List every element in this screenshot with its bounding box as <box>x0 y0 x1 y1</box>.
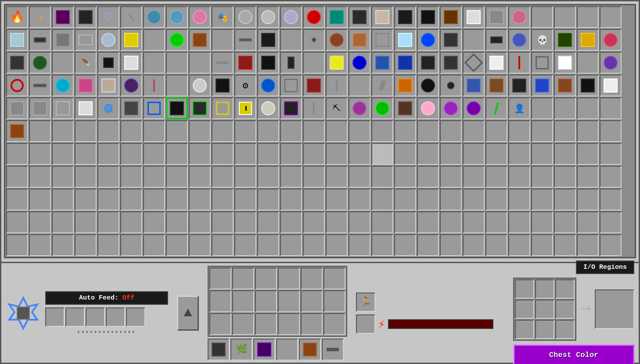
grid-cell[interactable] <box>394 143 416 165</box>
io-input-slot[interactable] <box>535 320 554 339</box>
grid-cell[interactable] <box>29 29 51 51</box>
grid-cell[interactable] <box>166 29 188 51</box>
grid-cell[interactable] <box>52 189 74 211</box>
grid-cell[interactable] <box>440 143 462 165</box>
grid-cell[interactable] <box>29 211 51 233</box>
crafting-slot[interactable] <box>324 268 345 289</box>
grid-cell[interactable] <box>463 166 485 188</box>
grid-cell[interactable] <box>326 211 348 233</box>
grid-cell[interactable] <box>577 234 599 256</box>
grid-cell[interactable] <box>531 234 553 256</box>
equipment-slot[interactable] <box>356 314 375 334</box>
grid-cell[interactable] <box>212 189 234 211</box>
grid-cell[interactable] <box>6 29 28 51</box>
grid-cell[interactable]: 👤 <box>508 97 530 119</box>
grid-cell[interactable] <box>577 143 599 165</box>
grid-cell[interactable] <box>485 52 507 74</box>
grid-cell[interactable] <box>212 234 234 256</box>
grid-cell[interactable] <box>600 211 622 233</box>
grid-cell[interactable] <box>463 143 485 165</box>
grid-cell[interactable] <box>75 189 97 211</box>
grid-cell[interactable] <box>166 234 188 256</box>
grid-cell[interactable]: 🛡 <box>97 6 119 28</box>
crafting-slot[interactable] <box>209 268 231 289</box>
grid-cell[interactable] <box>75 166 97 188</box>
grid-cell[interactable] <box>394 75 416 96</box>
grid-cell[interactable] <box>531 75 553 96</box>
grid-cell[interactable] <box>463 29 485 51</box>
grid-cell[interactable] <box>417 75 439 96</box>
grid-cell[interactable] <box>52 75 74 96</box>
bottom-slot[interactable] <box>299 339 321 360</box>
grid-cell[interactable] <box>554 166 576 188</box>
grid-cell[interactable] <box>189 97 211 119</box>
grid-cell[interactable] <box>349 166 370 188</box>
feed-slot[interactable] <box>106 307 125 327</box>
grid-cell[interactable] <box>508 189 530 211</box>
grid-cell[interactable] <box>29 143 51 165</box>
grid-cell[interactable] <box>508 75 530 96</box>
grid-cell[interactable] <box>371 120 393 142</box>
grid-cell[interactable] <box>303 75 325 96</box>
grid-cell[interactable]: ⚔ <box>29 6 51 28</box>
grid-cell[interactable] <box>554 211 576 233</box>
grid-cell[interactable] <box>280 211 302 233</box>
grid-cell[interactable] <box>463 6 485 28</box>
arrow-up-button[interactable]: ▲ <box>177 296 199 331</box>
feed-slot[interactable] <box>65 307 85 327</box>
crafting-slot[interactable] <box>232 268 254 289</box>
grid-cell[interactable] <box>303 234 325 256</box>
grid-cell[interactable] <box>97 166 119 188</box>
grid-cell[interactable] <box>166 6 188 28</box>
grid-cell[interactable] <box>417 120 439 142</box>
grid-cell[interactable] <box>120 29 142 51</box>
grid-cell[interactable] <box>303 97 325 119</box>
grid-cell[interactable] <box>303 189 325 211</box>
grid-cell[interactable] <box>280 75 302 96</box>
grid-cell[interactable] <box>189 29 211 51</box>
grid-cell[interactable] <box>394 52 416 74</box>
grid-cell[interactable] <box>531 6 553 28</box>
grid-cell[interactable] <box>29 52 51 74</box>
grid-cell[interactable] <box>212 97 234 119</box>
grid-cell[interactable] <box>257 75 279 96</box>
grid-cell[interactable] <box>371 143 393 165</box>
grid-cell[interactable] <box>531 211 553 233</box>
crafting-slot[interactable] <box>255 290 277 312</box>
grid-cell[interactable] <box>326 75 348 96</box>
grid-cell[interactable] <box>189 120 211 142</box>
grid-cell[interactable] <box>600 189 622 211</box>
grid-cell[interactable] <box>280 97 302 119</box>
grid-cell[interactable] <box>234 120 256 142</box>
grid-cell[interactable] <box>600 97 622 119</box>
grid-cell[interactable] <box>440 75 462 96</box>
grid-cell[interactable] <box>6 52 28 74</box>
grid-cell[interactable] <box>29 75 51 96</box>
grid-cell[interactable] <box>600 75 622 96</box>
grid-cell[interactable] <box>234 211 256 233</box>
grid-cell[interactable] <box>97 234 119 256</box>
grid-cell[interactable] <box>189 143 211 165</box>
grid-cell[interactable] <box>440 29 462 51</box>
grid-cell[interactable] <box>166 143 188 165</box>
grid-cell[interactable] <box>371 29 393 51</box>
grid-cell[interactable] <box>463 75 485 96</box>
grid-cell[interactable] <box>303 211 325 233</box>
crafting-slot[interactable] <box>255 313 277 335</box>
grid-cell[interactable] <box>280 189 302 211</box>
grid-cell[interactable] <box>349 234 370 256</box>
feed-slot[interactable] <box>45 307 65 327</box>
grid-cell[interactable] <box>440 166 462 188</box>
grid-cell[interactable]: 🪶 <box>75 52 97 74</box>
grid-cell[interactable] <box>6 234 28 256</box>
grid-cell[interactable] <box>166 75 188 96</box>
grid-cell[interactable] <box>143 52 165 74</box>
grid-cell[interactable] <box>371 52 393 74</box>
grid-cell[interactable] <box>349 143 370 165</box>
grid-cell[interactable] <box>508 143 530 165</box>
grid-cell[interactable] <box>120 143 142 165</box>
grid-cell[interactable] <box>554 75 576 96</box>
grid-cell[interactable] <box>394 6 416 28</box>
grid-cell[interactable] <box>394 189 416 211</box>
grid-cell[interactable] <box>143 234 165 256</box>
